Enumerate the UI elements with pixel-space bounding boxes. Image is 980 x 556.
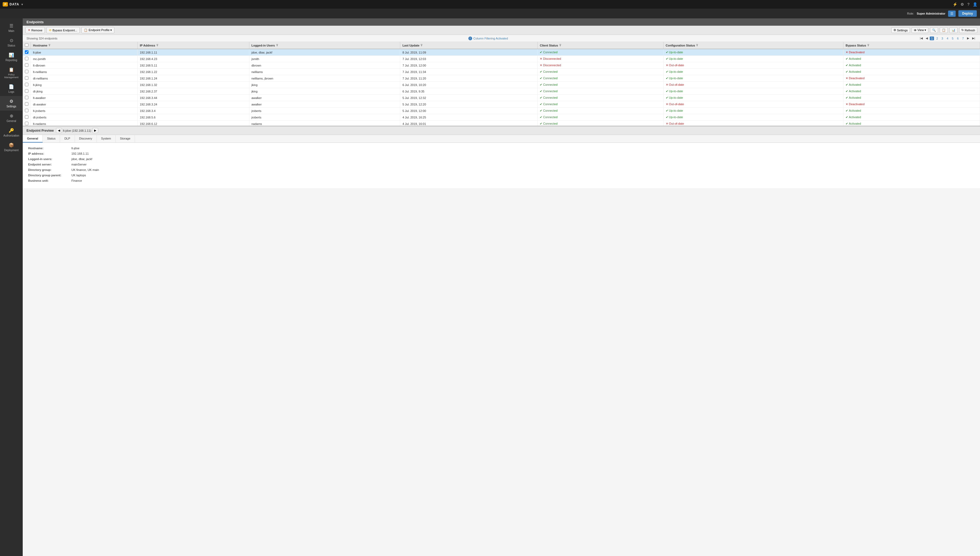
sidebar-item-authorization[interactable]: 🔑 Authorization [0,125,23,140]
table-row[interactable]: mc-jsmith192.168.4.23jsmith7 Jul. 2019, … [23,56,980,62]
update-sort-icon[interactable]: ⊽ [420,44,422,47]
zoom-button[interactable]: 🔍 [930,27,938,33]
export1-button[interactable]: 📋 [940,27,948,33]
table-row[interactable]: lt-jking192.168.1.32jking6 Jul. 2019, 10… [23,82,980,88]
hostname-header: Hostname⊽ [31,42,138,49]
table-row[interactable]: dt-jroberts192.168.5.6jroberts4 Jul. 201… [23,114,980,121]
tab-status[interactable]: Status [43,135,60,142]
sidebar-label-logs: Logs [8,91,15,93]
tab-storage[interactable]: Storage [116,135,135,142]
view-button[interactable]: 👁 View ▾ [912,27,928,33]
cell-update: 8 Jul. 2019, 11:09 [400,49,538,56]
cell-users: jdoe, dbar, jackf [249,49,400,56]
sidebar-item-logs[interactable]: 📄 Logs [0,81,23,96]
row-checkbox[interactable] [25,115,28,119]
sidebar-label-status: Status [8,44,15,47]
row-checkbox[interactable] [25,102,28,106]
page-title: Endpoints [26,20,44,24]
select-all-checkbox[interactable] [25,43,28,47]
row-checkbox[interactable] [25,96,28,99]
row-checkbox[interactable] [25,109,28,112]
table-row[interactable]: lt-nadams192.168.6.12nadams4 Jul. 2019, … [23,121,980,126]
showing-text: Showing 324 endpoints [26,37,57,40]
deploy-button[interactable]: Deploy [958,10,977,17]
select-all-header[interactable] [23,42,31,49]
row-checkbox[interactable] [25,83,28,86]
config-status-sort-icon[interactable]: ⊽ [696,44,698,47]
sidebar-item-reporting[interactable]: 📊 Reporting [0,50,23,65]
client-status-sort-icon[interactable]: ⊽ [559,44,561,47]
ip-sort-icon[interactable]: ⊽ [156,44,158,47]
prev-page-btn[interactable]: ◀ [925,36,929,40]
settings-icon[interactable]: ⚙ [961,2,964,6]
sidebar-item-general[interactable]: ⊕ General [0,111,23,125]
tab-system[interactable]: System [97,135,116,142]
preview-next-btn[interactable]: ▶ [92,128,98,133]
ip-header: IP Address⊽ [137,42,249,49]
table-row[interactable]: dt-awaker192.168.3.24awalker5 Jul. 2019,… [23,101,980,108]
sidebar-item-settings[interactable]: ⚙ Settings [0,96,23,111]
row-checkbox[interactable] [25,70,28,73]
row-checkbox[interactable] [25,89,28,93]
preview-field-row: Logged-in users:jdoe, dbar, jackf [28,157,975,161]
page-7-btn[interactable]: 7 [961,37,965,40]
last-page-btn[interactable]: ▶| [971,36,976,40]
flash-icon[interactable]: ⚡ [953,2,957,6]
profile-button[interactable]: 📋 Endpoint Profile ▾ [81,27,115,33]
hostname-sort-icon[interactable]: ⊽ [48,44,50,47]
next-page-btn[interactable]: ▶ [966,36,970,40]
row-checkbox[interactable] [25,57,28,60]
list-view-icon[interactable]: ☰ [948,11,956,17]
preview-field-value: UK laptops [71,174,86,177]
user-icon[interactable]: 👤 [973,2,977,6]
tab-general[interactable]: General [23,135,43,142]
table-row[interactable]: lt-awalker192.168.3.44awalker5 Jul. 2019… [23,95,980,101]
page-5-btn[interactable]: 5 [951,37,955,40]
bypass-status-sort-icon[interactable]: ⊽ [867,44,869,47]
preview-prev-btn[interactable]: ◀ [56,128,62,133]
app-dropdown-arrow[interactable]: ▼ [21,3,24,6]
sidebar-item-main[interactable]: ☰ Main [0,21,23,35]
table-row[interactable]: lt-jroberts192.168.3.4jroberts5 Jul. 201… [23,108,980,114]
page-6-btn[interactable]: 6 [956,37,960,40]
remove-button[interactable]: ✕ Remove [26,27,45,33]
sidebar-item-policy[interactable]: 📋 Policy Management [0,65,23,81]
help-icon[interactable]: ? [967,2,969,6]
row-checkbox[interactable] [25,122,28,125]
table-row[interactable]: dt-rwilliams192.168.1.24rwilliams, jbrow… [23,75,980,82]
row-checkbox[interactable] [25,76,28,80]
table-row[interactable]: lt-rwilliams192.168.1.22rwilliams7 Jul. … [23,69,980,75]
sidebar-item-deployment[interactable]: 📦 Deployment [0,140,23,154]
page-4-btn[interactable]: 4 [945,37,950,40]
table-row[interactable]: dt-jking192.168.2.37jking6 Jul. 2019, 9:… [23,88,980,95]
main-icon: ☰ [10,23,13,28]
tab-discovery[interactable]: Discovery [75,135,97,142]
bypass-status-text: Activated [849,96,861,99]
sidebar-item-status[interactable]: ⊙ Status [0,35,23,50]
cell-config-status: ✕Out-of-date [664,62,843,69]
check-icon: ✔ [540,96,542,99]
page-3-btn[interactable]: 3 [940,37,944,40]
refresh-button[interactable]: ↻ Refresh [959,27,977,33]
tab-dlp[interactable]: DLP [60,135,75,142]
table-row[interactable]: lt-dbrown192.168.5.11dbrown7 Jul. 2019, … [23,62,980,69]
content-area: Endpoints ✕ Remove ⊘ Bypass Endpoint... … [23,18,980,556]
first-page-btn[interactable]: |◀ [919,36,924,40]
page-1-btn[interactable]: 1 [930,37,934,40]
cell-update: 6 Jul. 2019, 10:20 [400,82,538,88]
table-row[interactable]: lt-jdoe192.168.1.11jdoe, dbar, jackf8 Ju… [23,49,980,56]
settings-button[interactable]: ⚙ Settings [891,27,910,33]
config-status-text: Up-to-date [669,50,683,54]
page-2-btn[interactable]: 2 [935,37,939,40]
preview-section: Endpoint Preview ◀ lt-jdoe (192.168.1.11… [23,126,980,188]
cell-ip: 192.168.2.37 [137,88,249,95]
users-sort-icon[interactable]: ⊽ [276,44,278,47]
cell-update: 7 Jul. 2019, 11:34 [400,69,538,75]
cell-users: jking [249,88,400,95]
row-checkbox[interactable] [25,50,28,54]
row-checkbox[interactable] [25,63,28,67]
cell-users: awalker [249,95,400,101]
client-status-text: Connected [543,76,557,80]
export2-button[interactable]: 📊 [949,27,957,33]
bypass-button[interactable]: ⊘ Bypass Endpoint... [47,27,80,33]
